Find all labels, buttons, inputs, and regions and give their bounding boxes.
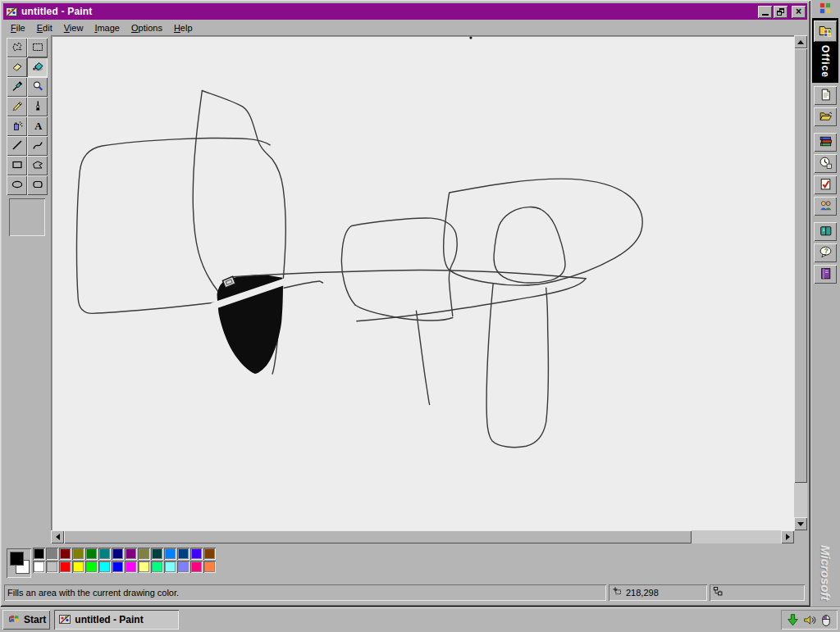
bookshelf-icon: [819, 266, 833, 282]
color-swatch-0-1[interactable]: [46, 548, 58, 560]
swatch-color: [34, 562, 43, 571]
color-swatch-0-4[interactable]: [85, 548, 98, 560]
office-button-help-bubble[interactable]: ?: [814, 243, 837, 262]
office-button-bookshelf[interactable]: [814, 265, 837, 284]
scroll-left-button[interactable]: [51, 530, 64, 543]
color-swatch-1-11[interactable]: [177, 561, 189, 573]
color-swatch-1-10[interactable]: [164, 561, 176, 573]
color-swatch-1-3[interactable]: [72, 561, 84, 573]
size-icon: [713, 586, 724, 599]
office-button-open-folder[interactable]: [814, 107, 837, 126]
palette-bar: [3, 543, 807, 583]
tool-curve[interactable]: [27, 136, 48, 156]
color-swatch-1-1[interactable]: [46, 561, 58, 573]
horizontal-scrollbar[interactable]: [51, 530, 794, 543]
system-tray: [781, 610, 838, 630]
color-swatch-0-5[interactable]: [98, 548, 111, 560]
tool-brush[interactable]: [27, 97, 48, 116]
office-button-schedule[interactable]: [814, 154, 837, 173]
color-swatch-0-3[interactable]: [72, 548, 84, 560]
tool-airbrush[interactable]: [7, 116, 27, 136]
curve-icon: [31, 139, 44, 153]
color-swatch-0-11[interactable]: [177, 548, 189, 560]
taskbar-task-paint[interactable]: untitled - Paint: [54, 610, 179, 630]
horizontal-scroll-thumb[interactable]: [64, 530, 692, 543]
volume-icon[interactable]: [802, 613, 816, 627]
download-arrow-icon[interactable]: [786, 613, 800, 627]
color-swatch-0-9[interactable]: [151, 548, 163, 560]
menu-file[interactable]: File: [5, 21, 31, 34]
drawing-canvas[interactable]: [51, 35, 794, 530]
office-button-books[interactable]: [814, 133, 837, 152]
swatch-color: [166, 549, 175, 558]
close-button[interactable]: ×: [792, 6, 806, 18]
paint-icon: [58, 612, 71, 628]
office-button-contacts[interactable]: [814, 197, 837, 216]
color-swatch-0-6[interactable]: [112, 548, 124, 560]
menu-help[interactable]: Help: [168, 21, 199, 34]
color-swatch-0-2[interactable]: [59, 548, 71, 560]
tool-ellipse[interactable]: [7, 175, 27, 195]
color-swatch-0-13[interactable]: [203, 548, 216, 560]
cursor-position-value: 218,298: [626, 588, 659, 598]
rectangle-icon: [11, 158, 24, 173]
color-swatch-1-5[interactable]: [98, 561, 111, 573]
tool-magnifier[interactable]: [27, 77, 48, 97]
color-swatch-1-4[interactable]: [85, 561, 98, 573]
tool-rounded-rectangle[interactable]: [27, 175, 48, 195]
menu-view[interactable]: View: [58, 21, 89, 34]
scroll-right-button[interactable]: [781, 530, 794, 543]
color-swatch-0-8[interactable]: [138, 548, 150, 560]
office-button-tasks-check[interactable]: [814, 175, 837, 194]
color-swatch-1-0[interactable]: [33, 561, 45, 573]
color-swatch-1-2[interactable]: [59, 561, 71, 573]
status-size-panel: [710, 584, 805, 601]
menu-options[interactable]: Options: [126, 21, 168, 34]
tool-eraser[interactable]: [7, 57, 27, 77]
swatch-color: [192, 562, 201, 571]
menu-bar: FileEditViewImageOptionsHelp: [3, 20, 807, 35]
color-swatch-0-10[interactable]: [164, 548, 176, 560]
toolbox: A: [3, 35, 51, 543]
color-swatch-1-8[interactable]: [138, 561, 150, 573]
mouse-icon[interactable]: [819, 613, 833, 627]
color-swatch-1-9[interactable]: [151, 561, 163, 573]
tool-select[interactable]: [27, 38, 48, 57]
office-button-getting-results[interactable]: [814, 222, 837, 241]
color-swatch-0-0[interactable]: [33, 548, 45, 560]
tool-text[interactable]: A: [27, 116, 48, 136]
tool-pencil[interactable]: [7, 97, 27, 116]
tool-line[interactable]: [7, 136, 27, 156]
vertical-scroll-thumb[interactable]: [794, 48, 807, 483]
minimize-button[interactable]: [758, 6, 772, 18]
color-swatch-1-7[interactable]: [125, 561, 137, 573]
restore-button[interactable]: [774, 6, 788, 18]
ellipse-icon: [11, 178, 24, 193]
tool-fill[interactable]: [27, 57, 48, 77]
color-swatch-0-7[interactable]: [125, 548, 137, 560]
swatch-color: [34, 549, 43, 558]
color-swatch-0-12[interactable]: [190, 548, 203, 560]
tool-polygon[interactable]: [27, 156, 48, 175]
tool-pick-color[interactable]: [7, 77, 27, 97]
free-form-select-icon: [11, 40, 24, 55]
scroll-down-button[interactable]: [794, 517, 807, 530]
polygon-icon: [31, 158, 44, 173]
office-band-button[interactable]: [814, 20, 837, 42]
color-swatch-1-6[interactable]: [112, 561, 124, 573]
start-button[interactable]: Start: [2, 610, 50, 630]
office-button-new-document[interactable]: [814, 86, 837, 105]
tool-free-form-select[interactable]: [7, 38, 27, 57]
current-colors[interactable]: [7, 548, 31, 578]
work-area: A: [3, 35, 807, 543]
color-swatch-1-12[interactable]: [190, 561, 203, 573]
scroll-up-button[interactable]: [794, 35, 807, 48]
color-swatch-1-13[interactable]: [203, 561, 216, 573]
new-document-icon: [819, 88, 833, 103]
menu-image[interactable]: Image: [89, 21, 126, 34]
taskbar: Start untitled - Paint: [0, 607, 840, 632]
tool-rectangle[interactable]: [7, 156, 27, 175]
vertical-scrollbar[interactable]: [794, 35, 807, 530]
title-bar[interactable]: untitled - Paint ×: [3, 3, 807, 20]
menu-edit[interactable]: Edit: [31, 21, 58, 34]
